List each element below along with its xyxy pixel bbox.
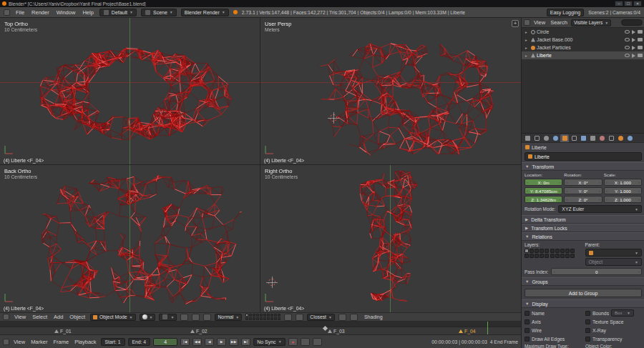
scale-y-field[interactable]: Y: 1.000 — [604, 187, 642, 194]
outliner-menu-view[interactable]: View — [532, 19, 547, 26]
manipulator-rotate-button[interactable] — [192, 314, 200, 321]
jump-to-start-button[interactable]: |◀ — [180, 338, 190, 346]
render-engine-selector[interactable]: Blender Render ▼ — [181, 9, 229, 16]
timeline-strip[interactable]: F_01 F_02 F_03 F_04 — [0, 322, 521, 334]
outliner-search-input[interactable] — [621, 19, 643, 26]
auto-keyframe-record-button[interactable]: ● — [288, 338, 298, 346]
display-draw-all-edges-checkbox[interactable]: Draw All Edges — [525, 335, 581, 342]
close-button[interactable]: × — [633, 1, 642, 6]
snap-element-selector[interactable]: Closest ▼ — [307, 314, 335, 321]
display-xray-checkbox[interactable]: X-Ray — [585, 327, 642, 334]
tab-scene[interactable] — [542, 134, 550, 142]
location-x-field[interactable]: X: 0m — [525, 179, 562, 186]
rotation-mode-selector[interactable]: XYZ Euler ▼ — [558, 205, 642, 213]
scale-x-field[interactable]: X: 1.000 — [604, 179, 642, 186]
play-button[interactable]: ▶ — [217, 338, 226, 346]
tab-modifiers[interactable] — [579, 134, 587, 142]
current-frame-field[interactable]: 4 — [153, 338, 177, 346]
jump-prev-keyframe-button[interactable]: ◀◀ — [192, 338, 202, 346]
viewport-right-ortho[interactable]: Right Ortho 10 Centimeters (4) Liberte <… — [260, 165, 521, 312]
open-properties-region-button[interactable]: + — [512, 20, 519, 27]
tab-material[interactable] — [597, 134, 606, 142]
display-transparency-checkbox[interactable]: Transparency — [585, 335, 642, 342]
editor-type-timeline-icon[interactable] — [3, 339, 9, 345]
scene-selector[interactable]: Scene ▼ — [141, 9, 177, 16]
tab-render[interactable] — [523, 134, 532, 142]
outliner-item-circle[interactable]: ▸ Circle — [522, 28, 644, 36]
current-frame-line[interactable] — [487, 322, 488, 334]
panel-header-transform[interactable]: ▼ Transform — [522, 162, 644, 171]
parent-object-selector[interactable]: ▼ — [585, 249, 643, 257]
menu-frame[interactable]: Frame — [52, 339, 70, 345]
viewport-shading-selector[interactable]: ▼ — [140, 314, 156, 321]
editor-type-icon[interactable] — [4, 9, 10, 16]
menu-help[interactable]: Help — [81, 9, 94, 16]
tab-object[interactable] — [560, 134, 569, 142]
outliner-item-jacket-base[interactable]: ▸ Jacket Base.000 — [522, 36, 644, 44]
visibility-eye-icon[interactable] — [625, 54, 630, 57]
menu-view-timeline[interactable]: View — [12, 339, 26, 345]
pivot-point-selector[interactable]: ▼ — [159, 314, 177, 321]
timeline-marker-4[interactable]: F_04 — [459, 329, 476, 334]
insert-keyframe-button[interactable] — [313, 338, 322, 346]
tab-constraints[interactable] — [570, 134, 578, 142]
pass-index-field[interactable]: 0 — [551, 268, 642, 275]
menu-view[interactable]: View — [13, 314, 27, 320]
renderability-camera-icon[interactable] — [638, 54, 643, 57]
keying-set-button[interactable] — [301, 338, 310, 346]
easy-logging-addon[interactable]: Easy Logging — [547, 9, 584, 16]
menu-add[interactable]: Add — [52, 314, 64, 320]
outliner-menu-search[interactable]: Search — [549, 19, 569, 26]
display-wire-checkbox[interactable]: Wire — [525, 327, 581, 334]
display-texture-space-checkbox[interactable]: Texture Space — [585, 318, 642, 325]
minimize-button[interactable]: – — [615, 1, 623, 6]
tab-texture[interactable] — [607, 134, 615, 142]
location-z-field[interactable]: Z: 1.34828m — [525, 196, 562, 203]
panel-header-display[interactable]: ▼ Display — [522, 299, 644, 308]
snap-magnet-icon[interactable] — [296, 314, 303, 321]
play-reverse-button[interactable]: ◀ — [205, 338, 214, 346]
menu-file[interactable]: File — [14, 9, 26, 16]
rotation-z-field[interactable]: Z: 0° — [564, 196, 602, 203]
jump-to-end-button[interactable]: ▶| — [241, 338, 250, 346]
manipulator-scale-button[interactable] — [203, 314, 211, 321]
scale-z-field[interactable]: Z: 1.000 — [604, 196, 642, 203]
opengl-render-image-button[interactable] — [338, 314, 346, 321]
editor-type-3dview-icon[interactable] — [3, 314, 9, 320]
viewport-top-ortho[interactable]: Top Ortho 10 Centimeters (4) Liberte <F_… — [0, 18, 260, 165]
display-bounds-checkbox[interactable]: BoundsBox▼ — [585, 309, 642, 317]
tab-render-layers[interactable] — [532, 134, 541, 142]
object-layers-widget[interactable] — [525, 249, 582, 258]
outliner-item-liberte[interactable]: ▸ Liberte — [522, 51, 644, 59]
selectability-arrow-icon[interactable] — [632, 38, 635, 42]
display-axis-checkbox[interactable]: Axis — [525, 318, 581, 325]
menu-playback[interactable]: Playback — [73, 339, 97, 345]
object-name-field[interactable]: Liberte — [525, 152, 642, 161]
lock-to-scene-icon[interactable] — [284, 314, 292, 321]
parent-type-selector[interactable]: Object ▼ — [585, 258, 643, 266]
panel-header-relations[interactable]: ▼ Relations — [522, 232, 644, 241]
panel-header-delta-transform[interactable]: ▶ Delta Transform — [522, 215, 644, 224]
selectability-arrow-icon[interactable] — [632, 30, 635, 34]
tab-object-data[interactable] — [588, 134, 597, 142]
sync-mode-selector[interactable]: No Sync ▼ — [253, 338, 285, 346]
manipulator-translate-button[interactable] — [180, 314, 188, 321]
visibility-eye-icon[interactable] — [625, 38, 630, 41]
expand-arrow-icon[interactable]: ▸ — [525, 38, 530, 42]
tab-particles[interactable] — [616, 134, 625, 142]
layers-widget[interactable] — [245, 314, 280, 320]
viewport-back-ortho[interactable]: Back Ortho 10 Centimeters (4) Liberte <F… — [0, 165, 260, 312]
renderability-camera-icon[interactable] — [638, 38, 643, 41]
mode-selector[interactable]: Object Mode ▼ — [90, 314, 136, 321]
panel-header-groups[interactable]: ▼ Groups — [522, 277, 644, 286]
editor-type-outliner-icon[interactable] — [524, 19, 530, 26]
renderability-camera-icon[interactable] — [638, 46, 643, 49]
selectability-arrow-icon[interactable] — [632, 46, 635, 50]
visibility-eye-icon[interactable] — [625, 30, 630, 34]
start-frame-field[interactable]: Start: 1 — [101, 338, 125, 346]
menu-window[interactable]: Window — [55, 9, 77, 16]
opengl-render-anim-button[interactable] — [350, 314, 358, 321]
add-to-group-button[interactable]: Add to Group — [525, 289, 642, 297]
menu-marker[interactable]: Marker — [29, 339, 49, 345]
renderability-camera-icon[interactable] — [638, 30, 643, 34]
